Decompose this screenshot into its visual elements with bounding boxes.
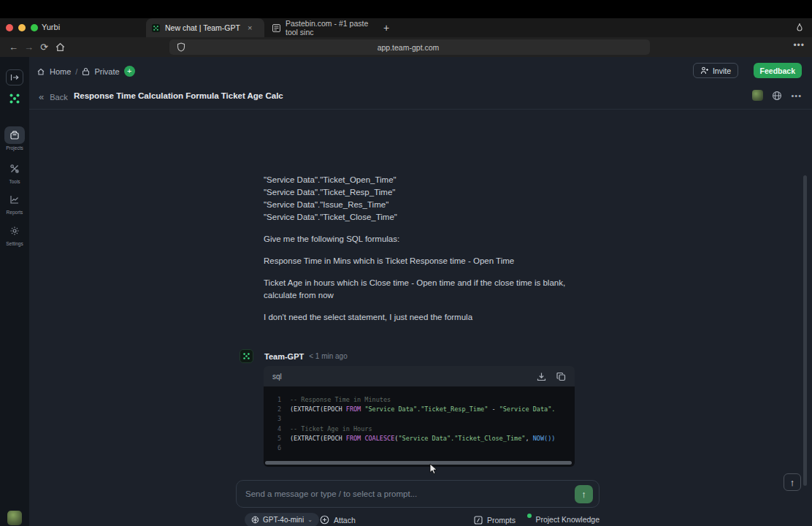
code-block-body[interactable]: 1-- Response Time in Minutes2(EXTRACT(EP… <box>264 386 575 467</box>
code-language-label: sql <box>272 373 282 381</box>
back-button[interactable]: « Back <box>39 91 68 102</box>
code-line: 4-- Ticket Age in Hours <box>272 424 575 434</box>
lock-icon <box>82 67 90 76</box>
tab-label: Pastebin.com - #1 paste tool sinc <box>286 19 374 37</box>
attach-label: Attach <box>334 516 356 525</box>
tab-team-gpt[interactable]: New chat | Team-GPT × <box>146 18 264 37</box>
close-window-button[interactable] <box>6 24 13 31</box>
code-block-header: sql <box>264 366 575 386</box>
team-gpt-app: Projects Tools Reports <box>0 57 812 526</box>
new-chat-plus-button[interactable]: + <box>124 66 135 77</box>
feedback-label: Feedback <box>760 66 795 75</box>
code-line: 1-- Response Time in Minutes <box>272 395 575 405</box>
tab-close-icon[interactable]: × <box>248 23 252 32</box>
message-input[interactable] <box>245 489 575 498</box>
sidebar-item-label: Reports <box>0 210 29 215</box>
shield-icon[interactable] <box>177 42 185 52</box>
team-gpt-logo[interactable] <box>7 91 22 106</box>
participant-avatar[interactable] <box>752 90 763 101</box>
breadcrumb: Home / Private + <box>37 66 135 77</box>
screen: Yurbi New chat | Team-GPT × P <box>0 0 812 526</box>
chat-more-icon[interactable]: ••• <box>791 91 802 100</box>
forward-nav-icon[interactable]: → <box>23 41 35 53</box>
projects-icon <box>4 126 25 144</box>
breadcrumb-home[interactable]: Home <box>50 67 71 76</box>
url-bar[interactable]: app.team-gpt.com <box>169 39 650 55</box>
prompts-label: Prompts <box>487 516 516 525</box>
model-label: GPT-4o-mini <box>263 516 304 524</box>
openai-logo-icon <box>251 516 259 524</box>
message-timestamp: < 1 min ago <box>309 352 348 360</box>
home-icon[interactable] <box>37 67 45 76</box>
tools-icon <box>4 160 25 178</box>
plus-circle-icon <box>320 515 329 525</box>
invite-label: Invite <box>713 66 731 75</box>
sidebar-item-label: Projects <box>0 145 29 150</box>
team-gpt-favicon <box>152 24 160 32</box>
reports-icon <box>4 191 25 208</box>
user-avatar[interactable] <box>7 511 22 525</box>
message-paragraph: Ticket Age in hours which is Close time … <box>264 277 585 302</box>
message-paragraph: "Service Data"."Ticket_Open_Time""Servic… <box>264 174 585 224</box>
knowledge-status-dot <box>527 514 532 518</box>
reload-icon[interactable]: ⟳ <box>38 41 50 53</box>
expand-sidebar-icon <box>10 74 19 81</box>
invite-button[interactable]: Invite <box>693 63 738 78</box>
message-input-box[interactable]: ↑ <box>236 480 600 508</box>
window-title: Yurbi <box>42 23 60 31</box>
double-chevron-left-icon: « <box>39 91 44 102</box>
maximize-window-button[interactable] <box>31 24 38 31</box>
code-line: 3 <box>272 414 575 424</box>
message-paragraph: Response Time in Mins which is Ticket Re… <box>264 255 585 267</box>
sidebar-item-projects[interactable]: Projects <box>0 126 29 150</box>
breadcrumb-private[interactable]: Private <box>94 67 119 76</box>
project-knowledge-button[interactable]: Project Knowledge <box>527 513 600 526</box>
prompts-button[interactable]: Prompts <box>474 513 516 526</box>
browser-window: Yurbi New chat | Team-GPT × P <box>0 18 812 509</box>
mouse-cursor <box>429 463 438 475</box>
tab-label: New chat | Team-GPT <box>165 23 240 32</box>
pastebin-favicon <box>272 24 280 32</box>
tab-pastebin[interactable]: Pastebin.com - #1 paste tool sinc <box>267 18 380 37</box>
assistant-name: Team-GPT <box>264 352 304 361</box>
browser-tab-bar: Yurbi New chat | Team-GPT × P <box>0 18 812 37</box>
sidebar-item-tools[interactable]: Tools <box>0 160 29 184</box>
window-controls[interactable] <box>6 24 38 31</box>
code-line: 6 <box>272 443 575 453</box>
sidebar-expand-button[interactable] <box>6 69 23 85</box>
browser-flame-icon[interactable] <box>794 22 805 34</box>
sidebar-item-settings[interactable]: Settings <box>0 222 29 246</box>
sidebar-item-label: Tools <box>0 179 29 184</box>
code-line: 5(EXTRACT(EPOCH FROM COALESCE("Service D… <box>272 434 575 443</box>
chevron-down-icon: ⌄ <box>307 517 313 523</box>
globe-icon[interactable] <box>772 91 782 101</box>
url-text[interactable]: app.team-gpt.com <box>185 43 650 52</box>
download-icon[interactable] <box>537 372 546 381</box>
send-button[interactable]: ↑ <box>575 485 593 503</box>
app-header: Home / Private + Invite Feedback <box>29 57 812 86</box>
team-gpt-avatar <box>240 349 253 363</box>
sidebar-item-label: Settings <box>0 241 29 246</box>
sql-code-block: sql 1-- Response Time in Minutes2(EXTRAC… <box>264 366 575 467</box>
back-nav-icon[interactable]: ← <box>7 41 20 53</box>
message-paragraph: I don't need the select statement, I jus… <box>264 311 585 324</box>
prompt-slash-icon <box>474 516 483 525</box>
browser-nav-bar: ← → ⟳ app.team-gpt.com ••• <box>0 37 812 57</box>
code-horizontal-scrollbar[interactable] <box>265 461 572 465</box>
attach-button[interactable]: Attach <box>320 513 356 526</box>
sidebar-item-reports[interactable]: Reports <box>0 191 29 215</box>
minimize-window-button[interactable] <box>18 24 26 31</box>
app-sidebar: Projects Tools Reports <box>0 57 29 526</box>
chat-vertical-scrollbar[interactable] <box>803 175 807 486</box>
browser-more-icon[interactable]: ••• <box>793 40 805 50</box>
invite-person-icon <box>700 66 709 75</box>
model-selector[interactable]: GPT-4o-mini ⌄ <box>245 513 319 526</box>
home-nav-icon[interactable] <box>54 41 66 53</box>
new-tab-button[interactable]: + <box>380 21 393 34</box>
assistant-message-header: Team-GPT < 1 min ago <box>240 349 348 363</box>
copy-code-icon[interactable] <box>556 372 566 381</box>
chat-title: Response Time Calculation Formula Ticket… <box>74 91 283 100</box>
scroll-to-top-button[interactable]: ↑ <box>784 473 801 491</box>
code-content: 1-- Response Time in Minutes2(EXTRACT(EP… <box>272 395 575 453</box>
feedback-button[interactable]: Feedback <box>754 63 802 78</box>
